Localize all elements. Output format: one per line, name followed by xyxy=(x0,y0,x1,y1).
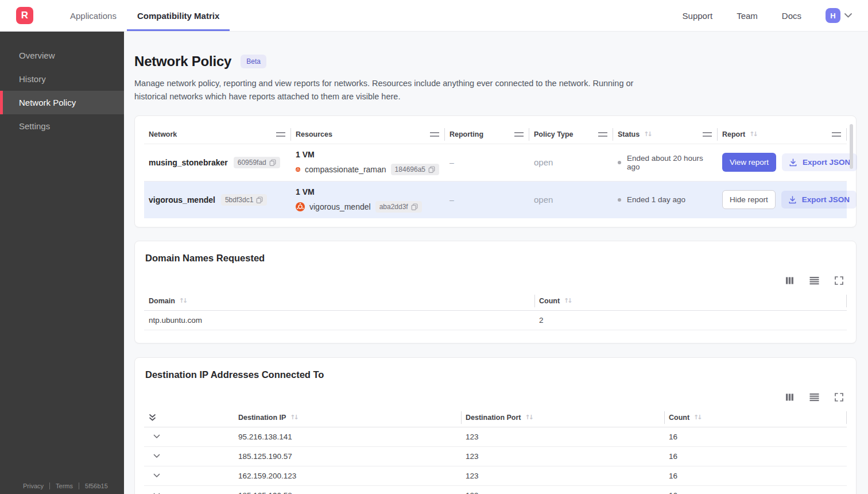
link-docs[interactable]: Docs xyxy=(782,11,801,21)
count-value: 2 xyxy=(534,310,847,330)
col-header-count[interactable]: Count ↑↓ xyxy=(664,408,847,427)
sort-icon[interactable]: ↑↓ xyxy=(693,414,702,421)
col-header-count[interactable]: Count ↑↓ xyxy=(534,292,847,311)
sort-icon[interactable]: ↑↓ xyxy=(525,414,534,421)
col-label: Count xyxy=(669,414,689,422)
sidebar-item-overview[interactable]: Overview xyxy=(0,44,124,67)
status-text: Ended about 20 hours ago xyxy=(627,154,712,171)
destination-port-value: 123 xyxy=(461,485,664,494)
page-description: Manage network policy, reporting and vie… xyxy=(134,77,638,103)
vm-count: 1 VM xyxy=(296,150,439,159)
beta-badge: Beta xyxy=(241,55,266,68)
col-label: Destination IP xyxy=(238,414,286,422)
destination-ip-value: 185.125.190.57 xyxy=(234,446,461,466)
sort-icon[interactable]: ↑↓ xyxy=(179,297,188,304)
column-resize-handle-icon[interactable] xyxy=(703,132,712,137)
chevron-down-icon xyxy=(844,13,852,18)
reporting-value: – xyxy=(450,158,454,167)
export-json-button[interactable]: Export JSON xyxy=(782,153,857,171)
copy-icon[interactable] xyxy=(256,196,263,203)
tab-applications[interactable]: Applications xyxy=(60,0,127,31)
col-header-status[interactable]: Status ↑↓ xyxy=(613,125,718,144)
tab-compatibility-matrix[interactable]: Compatibility Matrix xyxy=(127,0,230,31)
view-report-button[interactable]: View report xyxy=(722,153,776,172)
main-content: Network Policy Beta Manage network polic… xyxy=(124,32,868,494)
col-header-resources[interactable]: Resources xyxy=(291,125,445,144)
expand-icon[interactable] xyxy=(835,276,843,285)
destination-ip-value: 162.159.200.123 xyxy=(234,466,461,485)
destination-port-value: 123 xyxy=(461,427,664,446)
columns-icon[interactable] xyxy=(785,276,794,285)
table-row-selected[interactable]: vigorous_mendel 5bdf3dc1 1 VM xyxy=(144,181,847,218)
copy-icon[interactable] xyxy=(428,166,435,173)
col-header-network[interactable]: Network xyxy=(144,125,291,144)
col-header-report[interactable]: Report ↑↓ xyxy=(718,125,847,144)
col-label: Report xyxy=(722,130,745,138)
resource-hash-badge: aba2dd3f xyxy=(375,201,422,213)
row-expand-icon[interactable] xyxy=(149,473,228,478)
link-support[interactable]: Support xyxy=(683,11,713,21)
ubuntu-icon xyxy=(296,202,305,211)
col-label: Destination Port xyxy=(466,414,521,422)
status-text: Ended 1 day ago xyxy=(627,195,685,204)
column-resize-handle-icon[interactable] xyxy=(598,132,607,137)
page-title: Network Policy xyxy=(134,53,231,70)
table-row[interactable]: 95.216.138.141 123 16 xyxy=(144,427,847,446)
sort-icon[interactable]: ↑↓ xyxy=(749,130,758,138)
col-label: Policy Type xyxy=(534,130,574,138)
column-resize-handle-icon[interactable] xyxy=(832,132,841,137)
hide-report-button[interactable]: Hide report xyxy=(722,190,776,209)
sort-icon[interactable]: ↑↓ xyxy=(644,130,652,138)
destination-port-value: 123 xyxy=(461,466,664,485)
table-row[interactable]: musing_stonebraker 60959fad 1 VM xyxy=(144,144,847,181)
user-menu[interactable]: H xyxy=(826,8,852,23)
destinations-table: Destination IP ↑↓ Destination Port ↑↓ Co… xyxy=(144,408,847,494)
terms-link[interactable]: Terms xyxy=(56,483,73,489)
avatar[interactable]: H xyxy=(826,8,840,23)
col-header-expander[interactable] xyxy=(144,408,234,427)
sort-icon[interactable]: ↑↓ xyxy=(564,297,572,304)
col-header-domain[interactable]: Domain ↑↓ xyxy=(144,292,534,311)
domains-table: Domain ↑↓ Count ↑↓ ntp.ubuntu.com xyxy=(144,292,847,330)
card-title: Domain Names Requested xyxy=(144,253,847,264)
col-label: Status xyxy=(618,130,640,138)
copy-icon[interactable] xyxy=(411,203,418,210)
column-resize-handle-icon[interactable] xyxy=(276,132,285,137)
rows-icon[interactable] xyxy=(809,393,819,402)
policy-type-value: open xyxy=(534,195,553,204)
row-expand-icon[interactable] xyxy=(149,454,228,458)
copy-icon[interactable] xyxy=(269,159,276,166)
col-label: Network xyxy=(149,130,177,138)
count-value: 16 xyxy=(664,427,847,446)
table-row[interactable]: 162.159.200.123 123 16 xyxy=(144,466,847,485)
column-resize-handle-icon[interactable] xyxy=(430,132,439,137)
sidebar-item-history[interactable]: History xyxy=(0,67,124,91)
col-header-destination-port[interactable]: Destination Port ↑↓ xyxy=(461,408,664,427)
sidebar-item-network-policy[interactable]: Network Policy xyxy=(0,91,124,114)
row-expand-icon[interactable] xyxy=(149,434,228,439)
table-scrollbar[interactable] xyxy=(850,124,853,169)
domain-names-card: Domain Names Requested xyxy=(134,241,857,344)
sort-icon[interactable]: ↑↓ xyxy=(290,414,299,421)
expand-icon[interactable] xyxy=(835,393,843,402)
link-team[interactable]: Team xyxy=(737,11,758,21)
privacy-link[interactable]: Privacy xyxy=(23,483,44,489)
table-row[interactable]: 185.125.190.58 123 16 xyxy=(144,485,847,494)
columns-icon[interactable] xyxy=(785,393,794,402)
count-value: 16 xyxy=(664,485,847,494)
col-header-policy-type[interactable]: Policy Type xyxy=(529,125,613,144)
table-row[interactable]: ntp.ubuntu.com 2 xyxy=(144,310,847,330)
network-name: vigorous_mendel xyxy=(149,195,215,204)
expand-all-icon[interactable] xyxy=(144,414,234,422)
top-nav: R Applications Compatibility Matrix Supp… xyxy=(0,0,868,32)
col-header-destination-ip[interactable]: Destination IP ↑↓ xyxy=(234,408,461,427)
export-json-button[interactable]: Export JSON xyxy=(781,191,857,209)
table-row[interactable]: 185.125.190.57 123 16 xyxy=(144,446,847,466)
col-header-reporting[interactable]: Reporting xyxy=(445,125,529,144)
sidebar-item-settings[interactable]: Settings xyxy=(0,114,124,138)
column-resize-handle-icon[interactable] xyxy=(514,132,524,137)
domain-value: ntp.ubuntu.com xyxy=(144,310,534,330)
app-logo[interactable]: R xyxy=(16,7,33,24)
rows-icon[interactable] xyxy=(809,276,819,285)
footer-divider xyxy=(49,483,50,489)
